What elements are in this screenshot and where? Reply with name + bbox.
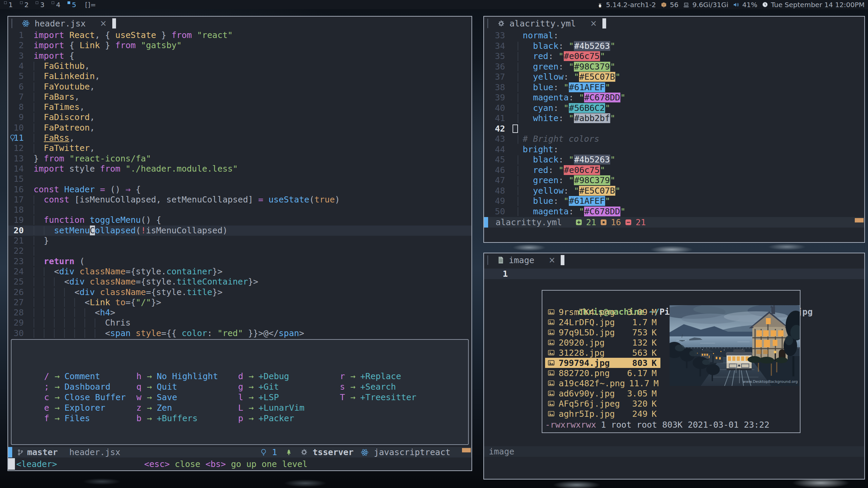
code-line[interactable]: 14import style from "./header.module.les… — [8, 164, 471, 174]
volume-icon — [733, 1, 739, 8]
code-line[interactable]: 26 <div className={style.title}> — [8, 287, 471, 297]
code-line[interactable]: 24 <div className={style.container}> — [8, 267, 471, 277]
code-line[interactable]: 27 <Link to={"/"}> — [8, 297, 471, 308]
code-area[interactable]: 33 normal:34 black: "#4b5263"35 red: "#e… — [484, 17, 864, 242]
line-number: 37 — [484, 72, 505, 82]
color-swatch-token: #98C379 — [574, 175, 610, 185]
code-token: }> — [212, 287, 223, 297]
code-line[interactable]: 5 FaLinkedin, — [8, 71, 471, 81]
code-line[interactable]: 49 blue: "#61AFEF" — [484, 196, 864, 207]
code-line[interactable]: 46 red: "#e06c75" — [484, 165, 864, 176]
code-token — [513, 186, 533, 196]
hint-key: <esc> — [144, 459, 170, 469]
code-line[interactable]: 13} from "react-icons/fa" — [8, 154, 471, 164]
code-token — [95, 287, 100, 297]
file-size: 563 — [623, 348, 648, 358]
code-line[interactable]: 6 FaYoutube, — [8, 82, 471, 92]
code-line[interactable]: 22 — [8, 246, 471, 256]
code-line[interactable]: 16const Header = () ⇒ { — [8, 184, 471, 195]
code-line[interactable]: 4 FaGithub, — [8, 61, 471, 71]
file-row[interactable]: 20920.jpg132K — [545, 337, 660, 348]
code-line[interactable]: 11 FaRss, — [8, 133, 471, 143]
code-line[interactable]: 28 <h4> — [8, 308, 471, 318]
code-line[interactable]: 36 green: "#98C379" — [484, 62, 864, 72]
workspace-item[interactable]: 4 — [52, 1, 60, 9]
code-token: yellow — [533, 72, 563, 82]
file-row[interactable]: AFq5r6j.jpeg320K — [545, 398, 660, 409]
indent-guide-icon — [34, 206, 34, 214]
code-line[interactable]: 35 red: "#e06c75" — [484, 51, 864, 62]
code-text: magenta: "#C678DD" — [513, 207, 625, 217]
file-row[interactable]: 9rsmTK4.png3.09M — [545, 307, 660, 317]
code-line[interactable]: 2import { Link } from "gatsby" — [8, 40, 471, 51]
code-token: ( — [74, 256, 84, 266]
file-row[interactable]: 24LrDFQ.jpg1.7M — [545, 317, 660, 327]
code-line[interactable]: 20 setMenuCollapsed(!isMenuCollapsed) — [8, 226, 471, 236]
status-module-text: Tue September 14 12:00PM — [771, 1, 865, 9]
code-line[interactable]: 42 — [484, 124, 864, 134]
code-line[interactable]: 23 return ( — [8, 256, 471, 267]
keybinding-key: r — [340, 371, 346, 382]
code-line[interactable]: 9 FaDiscord, — [8, 112, 471, 122]
line-number: 10 — [8, 123, 24, 133]
code-line[interactable]: 7 FaBars, — [8, 92, 471, 102]
file-row[interactable]: aghr5Ip.jpg249K — [545, 409, 660, 419]
code-token — [95, 184, 100, 194]
code-line[interactable]: 18 — [8, 205, 471, 215]
code-line[interactable]: 48 yellow: "#E5C07B" — [484, 186, 864, 196]
line-number: 40 — [484, 103, 505, 114]
code-line[interactable]: 1 — [484, 269, 864, 279]
statusline: alacritty.yml 21 16 21 — [484, 217, 864, 228]
file-row[interactable]: 882720.png6.17M — [545, 368, 660, 378]
file-size: 132 — [623, 338, 648, 348]
workspace-item[interactable]: 2 — [20, 1, 29, 9]
keybinding-key: g — [238, 382, 244, 392]
file-row[interactable]: a19c482f~.png11.7M — [545, 378, 660, 388]
code-line[interactable]: 44 bright: — [484, 144, 864, 155]
file-row[interactable]: 31228.jpg563K — [545, 348, 660, 358]
code-line[interactable]: 45 black: "#4b5263" — [484, 155, 864, 165]
file-row-selected[interactable]: 799794.jpg803K — [545, 358, 660, 368]
workspace-item[interactable]: 3 — [36, 1, 44, 9]
code-text: function toggleMenu() { — [34, 215, 161, 225]
code-token: > — [110, 308, 115, 317]
code-line[interactable]: 38 blue: "#61AFEF" — [484, 82, 864, 93]
color-swatch-token: #C678DD — [584, 93, 620, 102]
workspace-item[interactable]: 1 — [4, 1, 13, 9]
color-swatch-token: #56B6C2 — [569, 103, 605, 113]
line-number: 5 — [8, 71, 24, 81]
code-line[interactable]: 37 yellow: "#E5C07B" — [484, 72, 864, 82]
code-line[interactable]: 47 green: "#98C379" — [484, 175, 864, 186]
code-line[interactable]: 19 function toggleMenu() { — [8, 215, 471, 225]
code-line[interactable]: 29 Chris — [8, 318, 471, 328]
code-line[interactable]: 50 magenta: "#C678DD" — [484, 207, 864, 217]
code-line[interactable]: 25 <div className={style.titleContainer}… — [8, 277, 471, 287]
code-line[interactable]: 43 # Bright colors — [484, 134, 864, 144]
code-line[interactable]: 10 FaPatreon, — [8, 123, 471, 133]
code-line[interactable]: 17 const [isMenuCollapsed, setMenuCollap… — [8, 195, 471, 205]
code-line[interactable]: 41 white: "#abb2bf" — [484, 113, 864, 124]
code-line[interactable]: 33 normal: — [484, 31, 864, 41]
color-swatch-token: #abb2bf — [574, 113, 610, 123]
keybinding-hint: s→+Search — [340, 382, 417, 392]
command-line[interactable]: <leader> <esc> close <bs> go up one leve… — [8, 457, 471, 470]
code-line[interactable]: 8 FaTimes, — [8, 102, 471, 112]
image-file-icon — [548, 370, 555, 376]
code-line[interactable]: 3import { — [8, 51, 471, 61]
code-line[interactable]: 21 } — [8, 236, 471, 246]
code-line[interactable]: 34 black: "#4b5263" — [484, 41, 864, 52]
code-line[interactable]: 1import React, { useState } from "react" — [8, 30, 471, 40]
code-token — [34, 61, 44, 71]
code-line[interactable]: 15 — [8, 174, 471, 184]
file-row[interactable]: ad6v90y.jpg3.05M — [545, 388, 660, 398]
workspace-item-active[interactable]: 5 — [67, 1, 76, 9]
image-file-icon — [548, 380, 555, 387]
code-token: < — [34, 267, 59, 276]
code-line[interactable]: 39 magenta: "#C678DD" — [484, 93, 864, 103]
code-token: ={style. — [126, 267, 166, 276]
code-line[interactable]: 12 FaTwitter, — [8, 143, 471, 153]
code-line[interactable]: 40 cyan: "#56B6C2" — [484, 103, 864, 114]
code-line[interactable]: 30 <span style={{ color: "red" }}>@</spa… — [8, 328, 471, 338]
file-row[interactable]: 97q9L5D.jpg753K — [545, 327, 660, 337]
status-modules: 5.14.2-arch1-2569.6Gi/31Gi41%Tue Septemb… — [597, 1, 868, 9]
